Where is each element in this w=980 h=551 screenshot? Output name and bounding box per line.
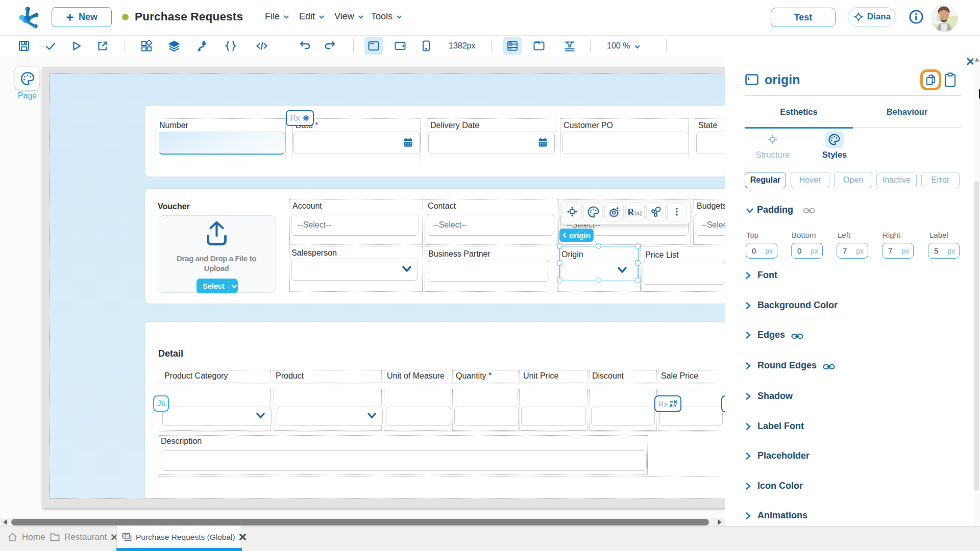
svg-text:a: a (670, 402, 673, 408)
svg-text:R: R (627, 207, 634, 217)
svg-text:(x): (x) (634, 209, 642, 216)
